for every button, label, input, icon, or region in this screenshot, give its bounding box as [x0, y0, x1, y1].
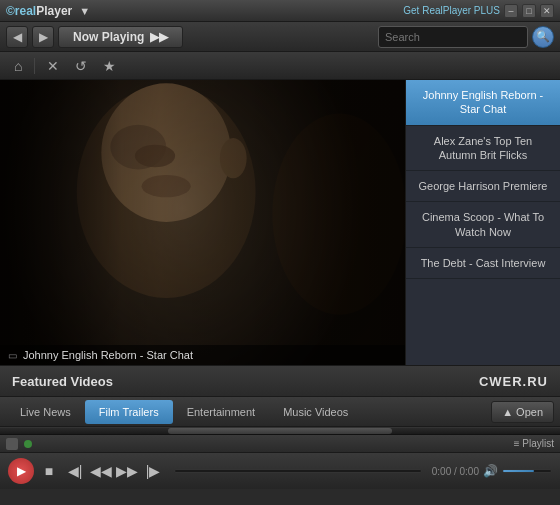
playlist-item-4-title: The Debt - Cast Interview	[421, 257, 546, 269]
next-button[interactable]: |▶	[142, 460, 164, 482]
category-tabs: Live News Film Trailers Entertainment Mu…	[0, 397, 560, 427]
now-playing-label: Now Playing	[73, 30, 144, 44]
logo-real-text: ©real	[6, 4, 36, 18]
star-icon[interactable]: ★	[99, 58, 120, 74]
playlist-item-4[interactable]: The Debt - Cast Interview	[406, 248, 560, 279]
tab-film-trailers-label: Film Trailers	[99, 406, 159, 418]
sidebar-playlist: Johnny English Reborn - Star Chat Alex Z…	[405, 80, 560, 365]
prev-button[interactable]: ◀|	[64, 460, 86, 482]
nav-bar: ◀ ▶ Now Playing ▶▶ 🔍	[0, 22, 560, 52]
search-input[interactable]	[385, 31, 521, 43]
playlist-item-3[interactable]: Cinema Scoop - What To Watch Now	[406, 202, 560, 248]
volume-bar[interactable]	[502, 469, 552, 473]
toolbar-separator	[34, 58, 35, 74]
volume-fill	[503, 470, 534, 472]
featured-videos-label: Featured Videos	[12, 374, 113, 389]
list-icon: ≡	[514, 438, 520, 449]
monitor-icon: ▭	[8, 350, 17, 361]
playback-controls: ▶ ■ ◀| ◀◀ ▶▶ |▶ 0:00 / 0:00 🔊	[0, 453, 560, 489]
seek-bar[interactable]	[174, 469, 422, 473]
video-title-label: Johnny English Reborn - Star Chat	[23, 349, 193, 361]
network-indicator	[24, 440, 32, 448]
video-title-bar: ▭ Johnny English Reborn - Star Chat	[0, 345, 405, 365]
featured-videos-bar: Featured Videos CWER.RU	[0, 365, 560, 397]
search-box	[378, 26, 528, 48]
volume-icon[interactable]: 🔊	[483, 464, 498, 478]
scroll-area[interactable]	[0, 427, 560, 435]
play-button[interactable]: ▶	[8, 458, 34, 484]
playlist-item-3-title: Cinema Scoop - What To Watch Now	[422, 211, 544, 237]
open-btn-label: ▲ Open	[502, 406, 543, 418]
video-thumbnail: ▭ Johnny English Reborn - Star Chat	[0, 80, 405, 365]
rewind-button[interactable]: ◀◀	[90, 460, 112, 482]
minimize-button[interactable]: –	[504, 4, 518, 18]
close-button[interactable]: ✕	[540, 4, 554, 18]
close-icon[interactable]: ✕	[43, 58, 63, 74]
stop-button[interactable]: ■	[38, 460, 60, 482]
fast-forward-button[interactable]: ▶▶	[116, 460, 138, 482]
home-icon[interactable]: ⌂	[10, 58, 26, 74]
video-dark-overlay	[0, 80, 405, 365]
status-bar: ≡ Playlist	[0, 435, 560, 453]
get-plus-link[interactable]: Get RealPlayer PLUS	[403, 5, 500, 16]
search-button[interactable]: 🔍	[532, 26, 554, 48]
playlist-item-2[interactable]: George Harrison Premiere	[406, 171, 560, 202]
watermark: CWER.RU	[479, 374, 548, 389]
playlist-item-0[interactable]: Johnny English Reborn - Star Chat	[406, 80, 560, 126]
playlist-item-0-title: Johnny English Reborn - Star Chat	[423, 89, 543, 115]
scroll-thumb[interactable]	[168, 428, 392, 434]
app-logo: ©realPlayer	[6, 4, 72, 18]
title-bar-left: ©realPlayer ▼	[6, 4, 93, 18]
tab-music-videos-label: Music Videos	[283, 406, 348, 418]
tab-entertainment-label: Entertainment	[187, 406, 255, 418]
playlist-item-2-title: George Harrison Premiere	[419, 180, 548, 192]
playlist-item-1-title: Alex Zane's Top Ten Autumn Brit Flicks	[434, 135, 532, 161]
scroll-track	[0, 427, 560, 434]
playlist-label-text: Playlist	[522, 438, 554, 449]
title-bar: ©realPlayer ▼ Get RealPlayer PLUS – □ ✕	[0, 0, 560, 22]
playlist-item-1[interactable]: Alex Zane's Top Ten Autumn Brit Flicks	[406, 126, 560, 172]
logo-dropdown-btn[interactable]: ▼	[76, 5, 93, 17]
tab-film-trailers[interactable]: Film Trailers	[85, 400, 173, 424]
tab-live-news-label: Live News	[20, 406, 71, 418]
logo-player-text: Player	[36, 4, 72, 18]
main-content: ▭ Johnny English Reborn - Star Chat John…	[0, 80, 560, 365]
title-bar-right: Get RealPlayer PLUS – □ ✕	[403, 4, 554, 18]
now-playing-tab[interactable]: Now Playing ▶▶	[58, 26, 183, 48]
tab-music-videos[interactable]: Music Videos	[269, 400, 362, 424]
tab-arrows-icon: ▶▶	[150, 30, 168, 44]
status-icon	[6, 438, 18, 450]
forward-button[interactable]: ▶	[32, 26, 54, 48]
video-area: ▭ Johnny English Reborn - Star Chat	[0, 80, 405, 365]
refresh-icon[interactable]: ↺	[71, 58, 91, 74]
toolbar: ⌂ ✕ ↺ ★	[0, 52, 560, 80]
time-display: 0:00 / 0:00	[432, 466, 479, 477]
tab-live-news[interactable]: Live News	[6, 400, 85, 424]
tab-entertainment[interactable]: Entertainment	[173, 400, 269, 424]
maximize-button[interactable]: □	[522, 4, 536, 18]
playlist-label[interactable]: ≡ Playlist	[514, 438, 554, 449]
back-button[interactable]: ◀	[6, 26, 28, 48]
open-button[interactable]: ▲ Open	[491, 401, 554, 423]
